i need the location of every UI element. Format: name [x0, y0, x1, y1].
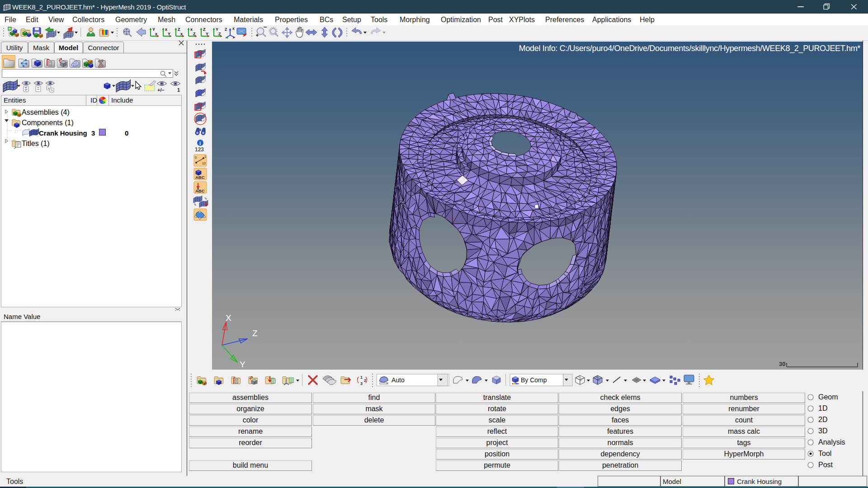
svg-text:2: 2: [364, 378, 366, 383]
svg-text:Auto: Auto: [392, 376, 405, 384]
svg-text:3: 3: [360, 381, 363, 386]
svg-text:1: 1: [360, 375, 363, 380]
svg-text:By Comp: By Comp: [521, 376, 547, 384]
